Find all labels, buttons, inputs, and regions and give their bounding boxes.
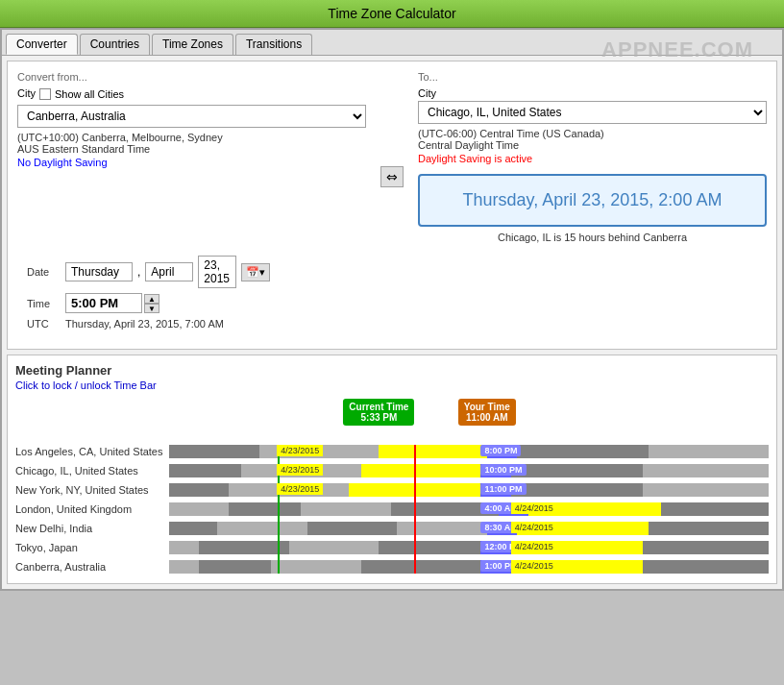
date-badge-london: 4/24/2015 bbox=[511, 502, 557, 514]
time-input[interactable] bbox=[65, 293, 142, 313]
to-column: To... City Chicago, IL, United States (U… bbox=[418, 71, 767, 243]
tab-transitions[interactable]: Transitions bbox=[235, 34, 312, 55]
to-label: To... bbox=[418, 71, 767, 83]
city-name-delhi: New Delhi, India bbox=[15, 523, 169, 534]
timeline-bar-delhi[interactable]: 8:30 AM 4/24/2015 bbox=[169, 522, 769, 535]
meeting-planner-subtitle[interactable]: Click to lock / unlock Time Bar bbox=[15, 379, 769, 391]
app-title: Time Zone Calculator bbox=[328, 6, 455, 21]
time-up-button[interactable]: ▲ bbox=[144, 294, 159, 304]
behind-text: Chicago, IL is 15 hours behind Canberra bbox=[418, 232, 767, 243]
tab-countries[interactable]: Countries bbox=[80, 34, 150, 55]
meeting-planner-title: Meeting Planner bbox=[15, 363, 769, 378]
date-badge-delhi: 4/24/2015 bbox=[511, 522, 557, 533]
time-down-button[interactable]: ▼ bbox=[144, 304, 159, 313]
from-dst: No Daylight Saving bbox=[17, 157, 366, 168]
your-time-marker[interactable]: Your Time 11:00 AM bbox=[458, 399, 516, 426]
from-column: Convert from... City Show all Cities Can… bbox=[17, 71, 366, 243]
time-markers-area: Current Time 5:33 PM Your Time 11:00 AM bbox=[169, 399, 769, 441]
date-badge-la: 4/23/2015 bbox=[277, 445, 323, 456]
to-city-select[interactable]: Chicago, IL, United States bbox=[418, 101, 767, 124]
city-row-chicago: Chicago, IL, United States 10:00 PM 4/23… bbox=[15, 464, 769, 477]
time-badge-ny: 11:00 PM bbox=[480, 483, 526, 495]
date-year[interactable]: 23, 2015 bbox=[198, 256, 236, 288]
destination-time-box: Thursday, April 23, 2015, 2:00 AM bbox=[418, 174, 767, 227]
current-time-marker[interactable]: Current Time 5:33 PM bbox=[343, 399, 414, 426]
date-month[interactable]: April bbox=[145, 262, 193, 281]
time-badge-chicago: 10:00 PM bbox=[480, 464, 526, 476]
watermark: APPNEE.COM bbox=[601, 37, 753, 62]
city-row-london: London, United Kingdom 4:00 AM 4/24/2015 bbox=[15, 502, 769, 516]
meeting-planner: Meeting Planner Click to lock / unlock T… bbox=[7, 355, 777, 584]
timeline-bar-tokyo[interactable]: 12:00 PM 4/24/2015 bbox=[169, 541, 769, 554]
date-comma: , bbox=[137, 265, 140, 279]
utc-row: UTC Thursday, April 23, 2015, 7:00 AM bbox=[27, 318, 757, 330]
swap-button[interactable]: ⇔ bbox=[380, 166, 404, 187]
from-tz-name: AUS Eastern Standard Time bbox=[17, 143, 366, 155]
timeline-bar-chicago[interactable]: 10:00 PM 4/23/2015 bbox=[169, 464, 769, 477]
to-dst: Daylight Saving is active bbox=[418, 153, 767, 164]
timeline-bar-ny[interactable]: 11:00 PM 4/23/2015 bbox=[169, 483, 769, 497]
timeline-wrapper: Current Time 5:33 PM Your Time 11:00 AM bbox=[15, 399, 769, 574]
date-badge-chicago: 4/23/2015 bbox=[277, 464, 323, 476]
date-label: Date bbox=[27, 266, 65, 278]
to-tz-name: Central Daylight Time bbox=[418, 139, 767, 151]
city-label-from: City bbox=[17, 87, 36, 99]
show-all-checkbox[interactable] bbox=[39, 88, 51, 100]
city-name-canberra: Canberra, Australia bbox=[15, 561, 169, 573]
date-badge-ny: 4/23/2015 bbox=[277, 483, 323, 495]
time-row: Time ▲ ▼ bbox=[27, 293, 757, 313]
timeline-bar-la[interactable]: 8:00 PM 4/23/2015 bbox=[169, 445, 769, 458]
dest-time: Thursday, April 23, 2015, 2:00 AM bbox=[429, 190, 755, 210]
from-city-select[interactable]: Canberra, Australia bbox=[17, 105, 366, 128]
city-name-ny: New York, NY, United States bbox=[15, 484, 169, 496]
timeline-bar-canberra[interactable]: 1:00 PM 4/24/2015 bbox=[169, 560, 769, 574]
city-name-chicago: Chicago, IL, United States bbox=[15, 465, 169, 477]
city-row-tokyo: Tokyo, Japan 12:00 PM 4/24/2015 bbox=[15, 541, 769, 554]
from-label: Convert from... bbox=[17, 71, 366, 83]
city-rows-container: Los Angeles, CA, United States 8:00 PM 4… bbox=[15, 445, 769, 574]
city-row-canberra: Canberra, Australia 1:00 PM 4/24/2015 bbox=[15, 560, 769, 574]
tab-converter[interactable]: Converter bbox=[6, 34, 78, 55]
date-time-section: Date Thursday , April 23, 2015 📅▾ Time ▲… bbox=[17, 251, 767, 339]
your-time-line bbox=[414, 445, 416, 574]
city-name-london: London, United Kingdom bbox=[15, 503, 169, 515]
city-row-la: Los Angeles, CA, United States 8:00 PM 4… bbox=[15, 445, 769, 458]
city-label-to: City bbox=[418, 87, 767, 99]
city-name-la: Los Angeles, CA, United States bbox=[15, 446, 169, 457]
to-tz-info: (UTC-06:00) Central Time (US Canada) bbox=[418, 128, 767, 139]
show-all-cities: City Show all Cities bbox=[17, 87, 366, 101]
time-label: Time bbox=[27, 298, 65, 309]
time-badge-la: 8:00 PM bbox=[480, 445, 521, 456]
calendar-button[interactable]: 📅▾ bbox=[241, 263, 270, 281]
timeline-bar-london[interactable]: 4:00 AM 4/24/2015 bbox=[169, 502, 769, 516]
markers-row: Current Time 5:33 PM Your Time 11:00 AM bbox=[15, 399, 769, 441]
city-name-tokyo: Tokyo, Japan bbox=[15, 542, 169, 553]
swap-button-container: ⇔ bbox=[376, 110, 408, 243]
tab-timezones[interactable]: Time Zones bbox=[152, 34, 233, 55]
from-tz-info: (UTC+10:00) Canberra, Melbourne, Sydney bbox=[17, 132, 366, 143]
date-badge-tokyo: 4/24/2015 bbox=[511, 541, 557, 552]
utc-value: Thursday, April 23, 2015, 7:00 AM bbox=[65, 318, 224, 330]
utc-label: UTC bbox=[27, 318, 65, 330]
city-row-ny: New York, NY, United States 11:00 PM 4/2… bbox=[15, 483, 769, 497]
date-badge-canberra: 4/24/2015 bbox=[511, 560, 557, 572]
date-row: Date Thursday , April 23, 2015 📅▾ bbox=[27, 256, 757, 288]
title-bar: Time Zone Calculator bbox=[0, 0, 784, 28]
date-day[interactable]: Thursday bbox=[65, 262, 133, 281]
date-fields: Thursday , April 23, 2015 📅▾ bbox=[65, 256, 270, 288]
city-row-delhi: New Delhi, India 8:30 AM 4/24/2015 bbox=[15, 522, 769, 535]
converter-panel: Convert from... City Show all Cities Can… bbox=[7, 61, 777, 350]
show-all-label: Show all Cities bbox=[55, 88, 124, 100]
time-spinner: ▲ ▼ bbox=[144, 294, 159, 313]
